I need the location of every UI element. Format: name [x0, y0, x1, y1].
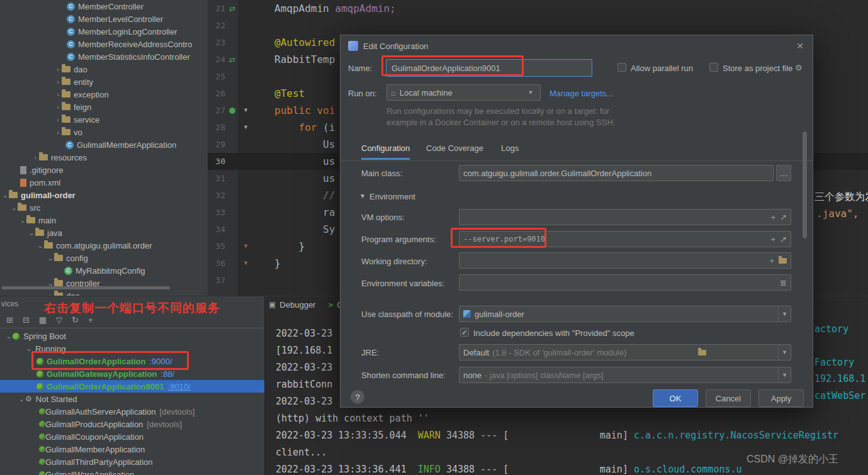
service-group-running[interactable]: Running — [0, 342, 264, 355]
tab-logs[interactable]: Logs — [501, 143, 519, 158]
tab-code-coverage[interactable]: Code Coverage — [426, 143, 483, 158]
tree-item[interactable]: exception — [0, 88, 208, 101]
jre-select[interactable]: Default (1.8 - SDK of 'gulimall-order' m… — [459, 344, 791, 360]
classpath-select[interactable]: gulimall-order ▼ — [459, 306, 791, 322]
port-link[interactable]: :9000/ — [149, 357, 172, 366]
manage-targets-link[interactable]: Manage targets... — [550, 89, 613, 98]
service-item[interactable]: GulimallCouponApplication — [0, 430, 264, 443]
service-item[interactable]: GulimallWareApplication — [0, 468, 264, 475]
expand-all-icon[interactable]: ⊞ — [6, 315, 13, 325]
plus-icon[interactable]: + — [771, 213, 776, 222]
chevron-down-icon[interactable] — [5, 332, 13, 340]
chevron-right-icon[interactable] — [54, 103, 62, 111]
chevron-down-icon[interactable] — [18, 395, 25, 403]
main-class-field[interactable]: com.atguigu.gulimall.order.GulimallOrder… — [459, 165, 774, 181]
tree-item[interactable]: config — [0, 252, 208, 264]
gear-icon[interactable]: ⚙ — [795, 63, 803, 72]
horizontal-scrollbar[interactable] — [1, 286, 170, 289]
vcs-refresh-icon[interactable]: ⇄ — [229, 55, 235, 64]
allow-parallel-checkbox[interactable] — [617, 63, 626, 72]
plus-icon[interactable]: + — [771, 235, 776, 244]
cancel-button[interactable]: Cancel — [706, 389, 751, 407]
tree-item[interactable]: pom.xml — [0, 176, 208, 189]
tab-configuration[interactable]: Configuration — [361, 143, 410, 160]
store-project-file-checkbox[interactable] — [709, 63, 718, 72]
tree-item[interactable]: CMemberReceiveAddressContro — [0, 38, 208, 50]
tree-item[interactable]: feign — [0, 101, 208, 113]
chevron-down-icon[interactable] — [37, 242, 44, 250]
program-arguments-field[interactable]: --server.port=9010 +↗ — [459, 231, 791, 247]
vm-options-field[interactable]: +↗ — [459, 209, 791, 225]
tree-item[interactable]: main — [0, 214, 208, 226]
browse-list-icon[interactable]: ≣ — [780, 278, 787, 288]
apply-button[interactable]: Apply — [758, 389, 804, 407]
tree-item[interactable]: com.atguigu.gulimall.order — [0, 239, 208, 252]
tab-debugger[interactable]: Debugger — [279, 300, 315, 310]
chevron-down-icon[interactable] — [19, 216, 26, 225]
service-item[interactable]: GulimallThirdPartyApplication — [0, 455, 264, 468]
tree-item[interactable]: dao — [0, 289, 208, 296]
service-group-not-started[interactable]: ⚙Not Started — [0, 393, 264, 405]
expand-icon[interactable]: ↗ — [780, 213, 787, 222]
help-icon[interactable]: ? — [351, 390, 364, 404]
tree-item[interactable]: CGulimallMemberApplication — [0, 138, 208, 151]
service-item-spring-boot[interactable]: Spring Boot — [0, 330, 264, 342]
expand-icon[interactable]: ↗ — [780, 235, 787, 244]
dialog-scrollbar[interactable] — [803, 131, 807, 238]
folder-icon[interactable] — [779, 258, 787, 264]
close-icon[interactable]: ✕ — [796, 41, 804, 51]
folder-icon[interactable] — [698, 350, 706, 355]
environment-variables-field[interactable]: ≣ — [459, 274, 791, 291]
chevron-right-icon[interactable] — [54, 128, 62, 136]
tree-item[interactable]: vo — [0, 126, 208, 138]
environment-section-header[interactable]: Environment — [369, 192, 415, 201]
run-on-select[interactable]: ⌂ Local machine ▼ — [386, 84, 541, 101]
chevron-down-icon[interactable]: ▼ — [778, 306, 791, 321]
chevron-right-icon[interactable] — [31, 154, 39, 161]
port-link[interactable]: :9010/ — [167, 382, 190, 391]
port-link[interactable]: :88/ — [161, 369, 175, 379]
tree-item[interactable]: CMemberStatisticsInfoController — [0, 50, 208, 63]
chevron-down-icon[interactable] — [1, 191, 9, 199]
name-input[interactable] — [386, 59, 592, 77]
chevron-right-icon[interactable] — [54, 91, 62, 98]
chevron-down-icon[interactable] — [10, 204, 18, 212]
service-item[interactable]: GulimallProductApplication[devtools] — [0, 418, 264, 430]
tree-item[interactable]: entity — [0, 75, 208, 88]
dialog-titlebar[interactable]: Edit Configuration ✕ — [341, 35, 813, 57]
collapse-all-icon[interactable]: ⊟ — [23, 315, 30, 325]
service-item[interactable]: GulimallGatewayApplication:88/ — [0, 367, 264, 380]
tree-item[interactable]: java — [0, 226, 208, 239]
tree-item[interactable]: CMemberLevelController — [0, 13, 208, 25]
tree-item[interactable]: CMemberController — [0, 0, 208, 13]
chevron-down-icon[interactable]: ▼ — [359, 193, 366, 199]
chevron-right-icon[interactable] — [54, 116, 62, 123]
service-item-selected[interactable]: GulimallOrderApplication9001:9010/ — [0, 380, 264, 393]
shorten-command-line-select[interactable]: none - java [options] className [args] ▼ — [459, 367, 791, 383]
tree-item[interactable]: CMemberLoginLogController — [0, 25, 208, 38]
tree-item[interactable]: src — [0, 201, 208, 214]
browse-main-class-button[interactable]: … — [776, 165, 791, 181]
chevron-right-icon[interactable] — [54, 78, 62, 86]
tree-item[interactable]: dao — [0, 63, 208, 75]
tree-item[interactable]: service — [0, 113, 208, 126]
include-provided-checkbox[interactable]: ✓ — [460, 328, 469, 337]
tree-item[interactable]: CMyRabbitmqConfig — [0, 264, 208, 277]
chevron-right-icon[interactable] — [54, 65, 62, 73]
working-directory-field[interactable]: + — [459, 252, 791, 269]
ok-button[interactable]: OK — [653, 389, 698, 407]
run-gutter-icon[interactable] — [229, 108, 235, 114]
service-item[interactable]: GulimallMemberApplication — [0, 443, 264, 455]
chevron-down-icon[interactable]: ▼ — [778, 345, 791, 360]
vcs-refresh-icon[interactable]: ⇄ — [229, 4, 235, 13]
chevron-down-icon[interactable] — [28, 229, 35, 237]
services-tab[interactable]: vices — [1, 299, 18, 308]
chevron-down-icon[interactable]: ▼ — [778, 367, 791, 383]
tree-item[interactable]: .gitignore — [0, 164, 208, 176]
service-item[interactable]: GulimallOrderApplication:9000/ — [0, 355, 264, 367]
chevron-down-icon[interactable] — [25, 345, 33, 353]
tree-item-module[interactable]: gulimall-order — [0, 189, 208, 201]
chevron-down-icon[interactable] — [47, 254, 54, 262]
service-item[interactable]: GulimallAuthServerApplication[devtools] — [0, 405, 264, 418]
tree-item[interactable]: resources — [0, 151, 208, 164]
